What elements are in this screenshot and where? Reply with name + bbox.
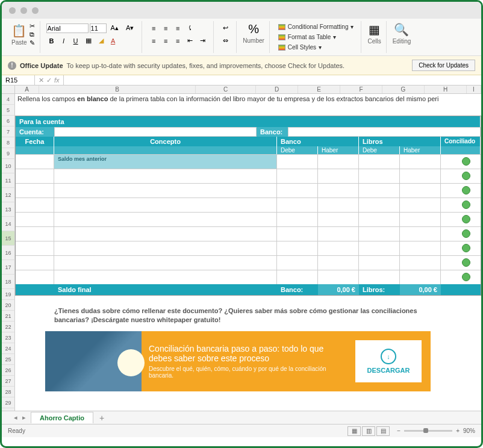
col-header[interactable]: G xyxy=(382,86,425,93)
window-maximize-icon[interactable] xyxy=(32,7,39,14)
page-break-view-icon[interactable]: ▤ xyxy=(376,426,390,436)
row-header[interactable]: 4 xyxy=(2,94,15,105)
row-header[interactable]: 8 xyxy=(2,137,15,148)
row-header[interactable]: 27 xyxy=(2,376,15,387)
copy-icon[interactable]: ⧉ xyxy=(30,31,35,39)
percent-icon[interactable]: % xyxy=(248,22,259,36)
row-header[interactable]: 15 xyxy=(2,231,15,246)
italic-button[interactable]: I xyxy=(58,36,69,46)
sheet-tab[interactable]: Ahorro Captio xyxy=(31,412,93,423)
align-left-icon[interactable]: ≡ xyxy=(148,36,159,46)
zoom-level[interactable]: 90% xyxy=(463,428,475,434)
decrease-font-icon[interactable]: A▾ xyxy=(123,22,137,34)
cell-styles-button[interactable]: Cell Styles ▾ xyxy=(276,43,357,52)
row-header[interactable]: 23 xyxy=(2,332,15,343)
page-layout-view-icon[interactable]: ▥ xyxy=(362,426,375,436)
border-button[interactable]: ▦ xyxy=(83,35,95,46)
row-header[interactable]: 13 xyxy=(2,202,15,217)
accept-formula-icon[interactable]: ✓ xyxy=(46,76,52,84)
row-header[interactable]: 21 xyxy=(2,311,15,322)
bold-button[interactable]: B xyxy=(46,36,57,46)
zoom-slider[interactable] xyxy=(404,430,452,432)
check-updates-button[interactable]: Check for Updates xyxy=(412,60,475,71)
col-header[interactable]: I xyxy=(467,86,481,93)
row-header[interactable]: 19 xyxy=(2,289,15,300)
align-center-icon[interactable]: ≡ xyxy=(160,36,171,46)
name-box[interactable]: R15 xyxy=(2,75,35,85)
row-header[interactable]: 20 xyxy=(2,300,15,311)
row-header[interactable]: 17 xyxy=(2,260,15,275)
col-header[interactable]: E xyxy=(298,86,340,93)
window-close-icon[interactable] xyxy=(9,7,16,14)
row-header[interactable]: 18 xyxy=(2,275,15,289)
col-header[interactable]: C xyxy=(196,86,256,93)
row-header[interactable]: 24 xyxy=(2,343,15,354)
row-header[interactable]: 22 xyxy=(2,322,15,332)
font-size-select[interactable] xyxy=(90,23,107,33)
row-header[interactable]: 25 xyxy=(2,354,15,365)
select-all-corner[interactable] xyxy=(2,86,15,93)
cells-icon[interactable]: ▦ xyxy=(369,22,380,37)
align-top-icon[interactable]: ≡ xyxy=(148,23,159,34)
sheet-nav-right-icon[interactable]: ▸ xyxy=(22,414,26,422)
table-row[interactable]: Saldo mes anterior xyxy=(16,154,481,169)
table-row[interactable] xyxy=(16,270,481,284)
underline-button[interactable]: U xyxy=(70,36,81,46)
paste-icon[interactable]: 📋 xyxy=(11,23,27,38)
table-row[interactable] xyxy=(16,198,481,212)
search-icon[interactable]: 🔍 xyxy=(394,22,409,37)
table-row[interactable] xyxy=(16,212,481,226)
row-header[interactable]: 30 xyxy=(2,408,15,411)
row-header[interactable]: 5 xyxy=(2,105,15,116)
row-header[interactable]: 6 xyxy=(2,116,15,126)
table-row[interactable] xyxy=(16,183,481,198)
banco-input[interactable] xyxy=(288,127,481,137)
table-row[interactable] xyxy=(16,169,481,183)
cell-grid[interactable]: Rellena los campos en blanco de la prime… xyxy=(15,94,481,411)
row-header[interactable]: 9 xyxy=(2,148,15,159)
align-middle-icon[interactable]: ≡ xyxy=(160,23,171,34)
indent-dec-icon[interactable]: ⇤ xyxy=(184,35,196,46)
wrap-text-icon[interactable]: ↩ xyxy=(220,22,231,34)
row-header[interactable]: 7 xyxy=(2,126,15,137)
font-color-button[interactable]: A xyxy=(108,36,119,46)
table-row[interactable] xyxy=(16,226,481,241)
cancel-formula-icon[interactable]: ✕ xyxy=(39,76,44,84)
zoom-in-button[interactable]: + xyxy=(456,428,460,434)
row-header[interactable]: 14 xyxy=(2,217,15,231)
fx-icon[interactable]: fx xyxy=(54,76,60,84)
paste-label[interactable]: Paste xyxy=(11,39,27,46)
align-bottom-icon[interactable]: ≡ xyxy=(172,23,183,34)
orientation-icon[interactable]: ⤹ xyxy=(184,22,196,34)
row-header[interactable]: 10 xyxy=(2,159,15,173)
col-header[interactable]: A xyxy=(15,86,39,93)
row-header[interactable]: 12 xyxy=(2,188,15,202)
row-header[interactable]: 26 xyxy=(2,365,15,376)
row-header[interactable]: 28 xyxy=(2,387,15,397)
download-button[interactable]: ↓ DESCARGAR xyxy=(355,340,422,382)
format-painter-icon[interactable]: ✎ xyxy=(30,39,35,47)
conditional-formatting-button[interactable]: Conditional Formatting ▾ xyxy=(276,22,357,31)
sheet-nav-left-icon[interactable]: ◂ xyxy=(14,414,17,422)
normal-view-icon[interactable]: ▦ xyxy=(347,426,361,436)
indent-inc-icon[interactable]: ⇥ xyxy=(197,35,208,46)
zoom-out-button[interactable]: − xyxy=(397,428,400,434)
window-minimize-icon[interactable] xyxy=(20,7,27,14)
formula-input[interactable] xyxy=(64,75,481,85)
cuenta-input[interactable] xyxy=(54,127,257,137)
col-header[interactable]: F xyxy=(340,86,382,93)
format-as-table-button[interactable]: Format as Table ▾ xyxy=(276,33,357,42)
cut-icon[interactable]: ✂ xyxy=(30,22,35,30)
col-header[interactable]: D xyxy=(256,86,298,93)
increase-font-icon[interactable]: A▴ xyxy=(108,22,122,34)
row-header[interactable]: 29 xyxy=(2,397,15,408)
font-name-select[interactable] xyxy=(46,23,89,33)
merge-icon[interactable]: ⇔ xyxy=(220,35,231,46)
add-sheet-button[interactable]: + xyxy=(93,413,110,423)
table-row[interactable] xyxy=(16,241,481,255)
col-header[interactable]: H xyxy=(425,86,467,93)
table-row[interactable] xyxy=(16,255,481,270)
align-right-icon[interactable]: ≡ xyxy=(172,36,183,46)
col-header[interactable]: B xyxy=(39,86,196,93)
row-header[interactable]: 11 xyxy=(2,173,15,188)
